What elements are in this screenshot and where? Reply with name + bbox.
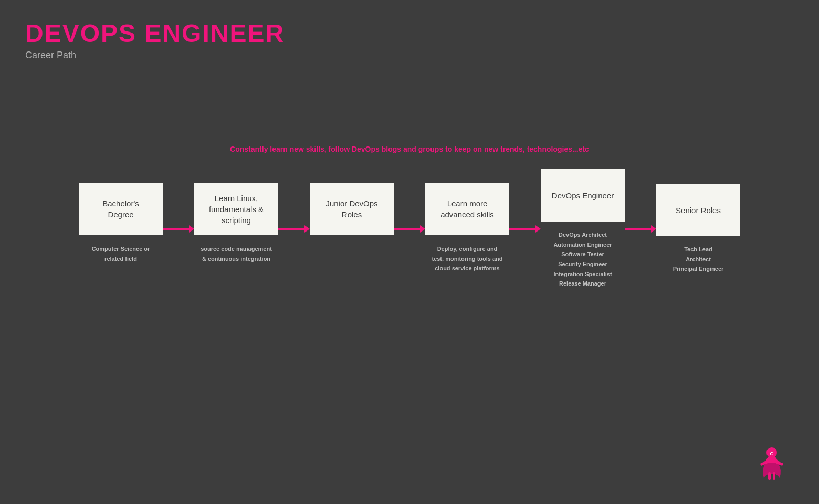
connector-arrow-1 xyxy=(189,225,194,233)
step-box-2: Learn Linux,fundamentals &scripting xyxy=(194,183,278,235)
step-desc-2: source code management& continuous integ… xyxy=(201,246,272,262)
step-desc-4: Deploy, configure andtest, monitoring to… xyxy=(432,246,502,271)
step-roles-6: Tech Lead Architect Principal Engineer xyxy=(673,245,724,274)
connector-arrow-3 xyxy=(420,225,425,233)
role-release-manager: Release Manager xyxy=(553,279,612,289)
connector-arrow-2 xyxy=(304,225,310,233)
step-label-2: Learn Linux,fundamentals &scripting xyxy=(209,193,264,226)
role-principal-engineer: Principal Engineer xyxy=(673,264,724,274)
step-desc-1: Computer Science orrelated field xyxy=(92,246,150,262)
connector-line-3 xyxy=(394,228,420,230)
career-path: Bachelor'sDegree Computer Science orrela… xyxy=(0,169,819,289)
step-box-1: Bachelor'sDegree xyxy=(79,183,163,235)
step-label-3: Junior DevOpsRoles xyxy=(326,198,377,220)
connector-line-2 xyxy=(278,228,304,230)
step-devops-engineer: DevOps Engineer DevOps Architect Automat… xyxy=(541,169,625,289)
mascot: G xyxy=(756,441,788,483)
step-info-1: Computer Science orrelated field xyxy=(92,244,150,275)
role-software-tester: Software Tester xyxy=(553,249,612,259)
step-box-4: Learn moreadvanced skills xyxy=(425,183,509,235)
step-roles-5: DevOps Architect Automation Engineer Sof… xyxy=(553,230,612,289)
svg-text:G: G xyxy=(770,451,773,456)
connector-4 xyxy=(509,225,541,233)
role-architect: Architect xyxy=(673,255,724,265)
connector-line-4 xyxy=(509,228,536,230)
svg-rect-3 xyxy=(773,472,775,480)
connector-2 xyxy=(278,225,310,233)
step-bachelors: Bachelor'sDegree Computer Science orrela… xyxy=(79,183,163,275)
step-info-2: source code management& continuous integ… xyxy=(201,244,272,275)
banner-text: Constantly learn new skills, follow DevO… xyxy=(0,145,819,153)
step-box-5: DevOps Engineer xyxy=(541,169,625,222)
connector-arrow-5 xyxy=(651,225,656,233)
step-label-4: Learn moreadvanced skills xyxy=(440,198,494,220)
role-automation-engineer: Automation Engineer xyxy=(553,240,612,250)
step-label-1: Bachelor'sDegree xyxy=(102,198,139,220)
connector-line-1 xyxy=(163,228,189,230)
page-header: DEVOPS ENGINEER Career Path xyxy=(0,0,819,61)
step-info-4: Deploy, configure andtest, monitoring to… xyxy=(432,244,502,275)
role-tech-lead: Tech Lead xyxy=(673,245,724,255)
step-label-6: Senior Roles xyxy=(676,205,721,216)
step-senior: Senior Roles Tech Lead Architect Princip… xyxy=(656,184,740,274)
svg-rect-2 xyxy=(768,472,771,480)
step-advanced: Learn moreadvanced skills Deploy, config… xyxy=(425,183,509,275)
step-box-6: Senior Roles xyxy=(656,184,740,236)
role-security-engineer: Security Engineer xyxy=(553,259,612,269)
step-junior: Junior DevOpsRoles xyxy=(310,183,394,275)
connector-arrow-4 xyxy=(536,225,541,233)
connector-5 xyxy=(625,225,656,233)
role-integration-specialist: Integration Specialist xyxy=(553,269,612,279)
connector-line-5 xyxy=(625,228,651,230)
step-box-3: Junior DevOpsRoles xyxy=(310,183,394,235)
step-label-5: DevOps Engineer xyxy=(552,190,614,201)
step-linux: Learn Linux,fundamentals &scripting sour… xyxy=(194,183,278,275)
connector-3 xyxy=(394,225,425,233)
page-subtitle: Career Path xyxy=(25,50,794,61)
connector-1 xyxy=(163,225,194,233)
role-devops-architect: DevOps Architect xyxy=(553,230,612,240)
page-title: DEVOPS ENGINEER xyxy=(25,19,794,48)
